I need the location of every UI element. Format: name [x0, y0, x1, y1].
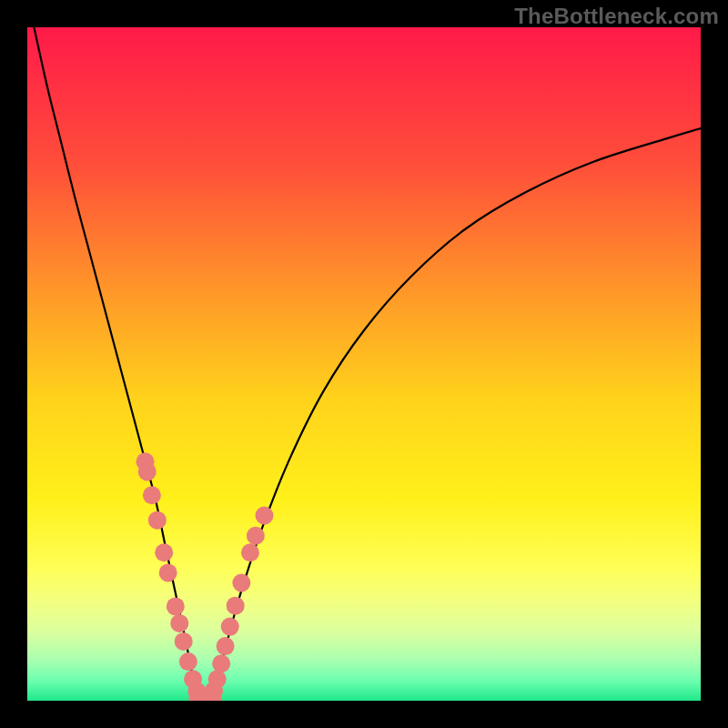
- data-point: [175, 632, 193, 651]
- chart-svg: [27, 27, 701, 701]
- data-point: [155, 543, 173, 561]
- data-point: [143, 486, 161, 504]
- data-point: [255, 507, 273, 525]
- data-point: [227, 597, 245, 615]
- outlier-marker: [255, 507, 273, 525]
- data-point: [159, 563, 177, 581]
- data-point: [212, 654, 230, 672]
- data-point: [170, 614, 188, 632]
- data-point: [179, 652, 197, 671]
- data-point: [217, 637, 235, 655]
- data-point: [138, 462, 157, 480]
- watermark-text: TheBottleneck.com: [514, 4, 719, 29]
- plot-area: [27, 27, 701, 701]
- data-point: [232, 574, 250, 592]
- data-point: [241, 543, 259, 561]
- bottom-markers: [188, 690, 221, 701]
- data-point: [167, 597, 185, 615]
- data-point: [208, 670, 227, 688]
- data-point: [247, 527, 265, 545]
- gradient-background: [27, 27, 701, 701]
- data-point: [148, 511, 167, 530]
- data-point: [221, 618, 239, 636]
- chart-frame: TheBottleneck.com: [0, 0, 728, 728]
